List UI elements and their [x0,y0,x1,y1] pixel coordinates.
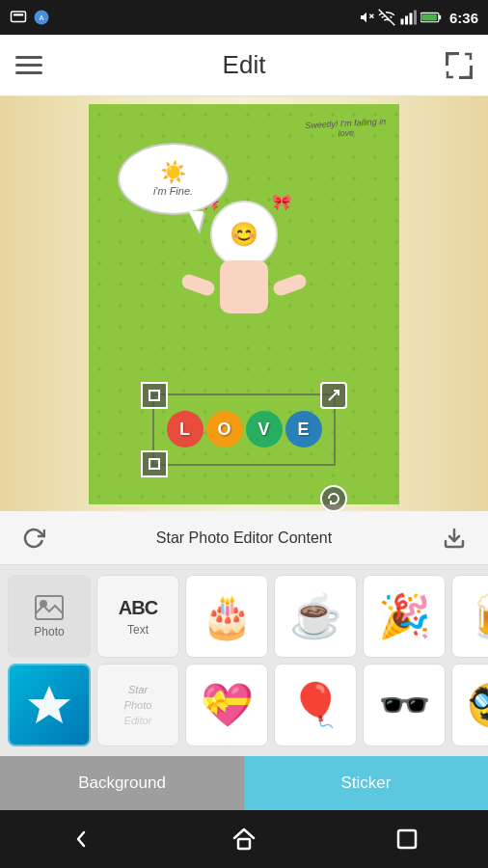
sticker-coffee[interactable]: ☕ [274,575,357,658]
handle-top-left[interactable] [141,382,168,409]
sticker-text-label: Text [127,623,149,637]
love-ball-V: V [246,411,283,448]
status-bar: A 6:36 [0,0,488,35]
home-button[interactable] [220,820,268,858]
svg-rect-21 [398,830,416,848]
canvas-frame[interactable]: ☀️ i'm Fine. Sweetly! I'm falling in lov… [89,104,399,504]
svg-rect-9 [414,11,417,25]
sticker-cake-emoji: 🎂 [201,595,254,637]
sticker-mug[interactable]: 🍺 [451,575,488,658]
sticker-text-label-abc: ABC [119,597,157,619]
mute-icon [359,10,374,25]
love-ball-L: L [167,411,203,448]
svg-marker-19 [28,686,70,723]
sticker-hat[interactable]: 🎉 [363,575,446,658]
tab-sticker[interactable]: Sticker [244,756,488,810]
sticker-star-line3: Editor [124,714,152,727]
sticker-star-line1: Star [128,683,148,696]
svg-rect-6 [400,19,403,25]
svg-rect-12 [421,14,437,20]
wifi-icon [378,9,395,26]
toolbar-row: Star Photo Editor Content [0,511,488,565]
handle-scale[interactable] [320,382,347,409]
sticker-row-2: Star Photo Editor 💝 🎈 🕶️ 🥸 [8,664,480,746]
sticker-mug-emoji: 🍺 [467,595,489,637]
status-bar-left: A [10,9,50,26]
svg-rect-8 [409,14,412,25]
svg-line-15 [329,391,339,400]
speech-bubble-1: ☀️ i'm Fine. [118,143,229,215]
top-bar: Edit [0,35,488,96]
sticker-text[interactable]: ABC Text [96,575,179,658]
sticker-sunglasses-emoji: 🕶️ [378,684,431,726]
sticker-grid: Photo ABC Text 🎂 ☕ 🎉 🍺 [0,565,488,781]
sticker-row-1: Photo ABC Text 🎂 ☕ 🎉 🍺 [8,575,480,658]
svg-rect-17 [36,596,63,619]
hamburger-menu-button[interactable] [15,56,42,74]
page-title: Edit [223,50,266,80]
sticker-love-heart[interactable]: 💝 [185,664,268,746]
recents-button[interactable] [383,820,431,858]
app-icon: A [33,9,50,26]
status-bar-right: 6:36 [359,9,478,26]
sticker-balloons[interactable]: 🎈 [274,664,357,746]
handle-rotate[interactable] [320,485,347,512]
speech-bubble-2: Sweetly! I'm falling in love [300,116,393,140]
bottom-tabs: Background Sticker [0,756,488,810]
svg-rect-20 [238,839,250,849]
sticker-disguise[interactable]: 🥸 [451,664,488,746]
sticker-star-line2: Photo [124,698,152,712]
sticker-photo-label: Photo [34,625,64,638]
sticker-star-photo-text[interactable]: Star Photo Editor [96,664,179,746]
svg-rect-13 [149,391,159,400]
sticker-sunglasses[interactable]: 🕶️ [363,664,446,746]
nav-bar [0,810,488,868]
svg-rect-7 [405,16,408,25]
clock: 6:36 [449,10,478,26]
signal-icon [399,9,417,26]
svg-rect-0 [12,12,26,22]
selection-box[interactable]: L O V E [152,393,336,466]
toolbar-label: Star Photo Editor Content [48,529,440,547]
love-ball-O: O [206,411,243,448]
download-button[interactable] [440,524,469,553]
battery-icon [420,11,442,24]
notification-icon [10,9,27,26]
sticker-cake[interactable]: 🎂 [185,575,268,658]
svg-rect-11 [439,15,441,20]
sticker-hat-emoji: 🎉 [378,595,431,637]
sticker-love-heart-emoji: 💝 [201,684,254,726]
refresh-button[interactable] [19,524,48,553]
handle-bottom-left[interactable] [141,450,168,477]
sticker-star-logo[interactable] [8,664,91,746]
canvas-area: ☀️ i'm Fine. Sweetly! I'm falling in lov… [0,96,488,511]
back-button[interactable] [57,820,105,858]
sticker-balloons-emoji: 🎈 [289,684,342,726]
svg-rect-1 [14,14,24,15]
bubble-text-1: i'm Fine. [153,185,193,197]
fullscreen-button[interactable] [446,52,473,79]
tab-background[interactable]: Background [0,756,244,810]
sticker-disguise-emoji: 🥸 [467,684,489,726]
sticker-photo[interactable]: Photo [8,575,91,658]
sticker-coffee-emoji: ☕ [289,595,342,637]
love-ball-E: E [285,411,322,448]
svg-text:A: A [39,14,43,22]
svg-rect-14 [149,459,159,469]
